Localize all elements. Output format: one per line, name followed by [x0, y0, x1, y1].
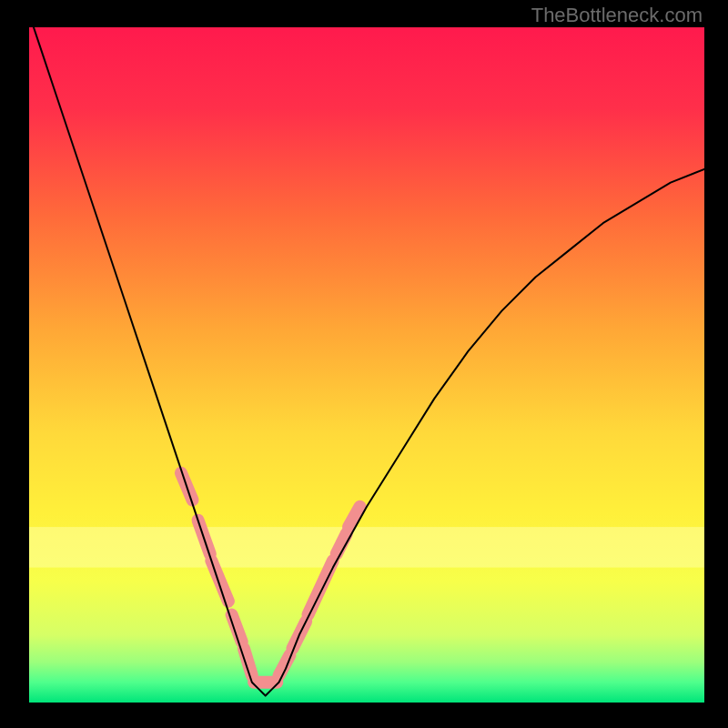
- plot-area: [29, 27, 704, 703]
- chart-svg: [29, 27, 704, 703]
- chart-frame: TheBottleneck.com: [0, 0, 728, 728]
- gradient-background: [29, 27, 704, 703]
- watermark-text: TheBottleneck.com: [531, 4, 703, 27]
- pale-yellow-band: [29, 527, 704, 568]
